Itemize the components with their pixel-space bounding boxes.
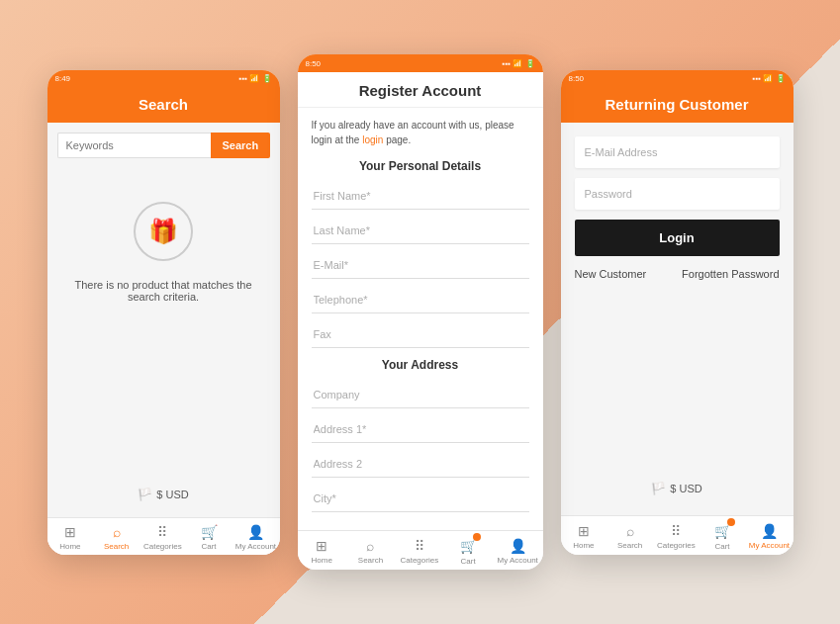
currency-row-1: 🏳️ $ USD xyxy=(138,480,188,507)
login-password-input[interactable] xyxy=(575,178,780,210)
nav-cart-2[interactable]: 🛒 Cart xyxy=(448,537,488,566)
account-icon-3: 👤 xyxy=(761,523,778,539)
nav-account-2[interactable]: 👤 My Account xyxy=(497,538,537,565)
login-link[interactable]: login xyxy=(362,134,383,145)
register-intro-suffix: page. xyxy=(383,134,411,145)
search-icon-2: ⌕ xyxy=(366,538,374,554)
nav-cart-label-3: Cart xyxy=(714,542,729,551)
new-customer-link[interactable]: New Customer xyxy=(575,268,647,280)
address1-input[interactable] xyxy=(312,416,529,443)
address-section-title: Your Address xyxy=(312,358,529,372)
no-product-icon: 🎁 xyxy=(134,202,193,261)
login-title: Returning Customer xyxy=(561,96,793,113)
cart-badge-2: 🛒 xyxy=(460,537,477,555)
login-header: Returning Customer xyxy=(561,88,793,123)
nav-cart-label-1: Cart xyxy=(201,542,216,551)
cart-badge-dot-2 xyxy=(473,533,481,541)
email-input[interactable] xyxy=(312,252,529,279)
status-icons-3: ▪▪▪ 📶 🔋 xyxy=(753,74,786,83)
phone-login: 8:50 ▪▪▪ 📶 🔋 Returning Customer Login Ne… xyxy=(561,70,793,555)
register-title: Register Account xyxy=(310,82,531,99)
search-body: Search 🎁 There is no product that matche… xyxy=(47,123,280,555)
nav-home-label-3: Home xyxy=(573,541,594,550)
register-intro-text: If you already have an account with us, … xyxy=(312,120,514,145)
nav-search-label-1: Search xyxy=(104,542,129,551)
search-input[interactable] xyxy=(57,133,211,158)
cart-badge-3: 🛒 xyxy=(714,522,731,540)
currency-text-1: $ USD xyxy=(156,489,188,500)
nav-account-label-1: My Account xyxy=(235,542,276,551)
register-body: If you already have an account with us, … xyxy=(298,108,543,530)
nav-categories-label-2: Categories xyxy=(400,556,438,565)
nav-account-label-3: My Account xyxy=(749,541,790,550)
flag-icon-1: 🏳️ xyxy=(138,488,152,501)
nav-home-label-2: Home xyxy=(311,556,331,565)
bottom-nav-2: ⊞ Home ⌕ Search ⠿ Categories 🛒 Cart 👤 My… xyxy=(298,530,543,570)
nav-cart-3[interactable]: 🛒 Cart xyxy=(702,522,742,551)
nav-search-label-3: Search xyxy=(617,541,642,550)
status-icons-1: ▪▪▪ 📶 🔋 xyxy=(239,74,272,83)
nav-cart-1[interactable]: 🛒 Cart xyxy=(189,524,229,551)
company-input[interactable] xyxy=(312,382,529,408)
phone-search: 8:49 ▪▪▪ 📶 🔋 Search Search 🎁 There is no… xyxy=(47,70,280,555)
forgotten-password-link[interactable]: Forgotten Password xyxy=(682,268,779,280)
nav-account-3[interactable]: 👤 My Account xyxy=(749,523,790,550)
nav-search-3[interactable]: ⌕ Search xyxy=(610,523,650,550)
search-content: Search 🎁 There is no product that matche… xyxy=(47,123,280,517)
bottom-nav-3: ⊞ Home ⌕ Search ⠿ Categories 🛒 Cart 👤 M xyxy=(561,515,793,555)
nav-categories-3[interactable]: ⠿ Categories xyxy=(656,523,696,550)
login-button[interactable]: Login xyxy=(575,220,780,256)
city-input[interactable] xyxy=(312,486,529,512)
search-button[interactable]: Search xyxy=(211,133,271,158)
account-icon-1: 👤 xyxy=(247,524,264,540)
personal-section-title: Your Personal Details xyxy=(312,159,529,173)
cart-badge-dot-3 xyxy=(727,518,735,526)
nav-categories-label-3: Categories xyxy=(657,541,696,550)
address2-input[interactable] xyxy=(312,451,529,478)
account-icon-2: 👤 xyxy=(510,538,526,554)
status-icons-2: ▪▪▪ 📶 🔋 xyxy=(503,59,535,68)
phone-register: 8:50 ▪▪▪ 📶 🔋 Register Account If you alr… xyxy=(298,54,543,570)
register-intro: If you already have an account with us, … xyxy=(312,118,529,147)
nav-search-label-2: Search xyxy=(358,556,383,565)
search-title: Search xyxy=(47,96,280,113)
nav-categories-2[interactable]: ⠿ Categories xyxy=(400,538,439,565)
status-bar-3: 8:50 ▪▪▪ 📶 🔋 xyxy=(561,70,793,88)
search-header: Search xyxy=(47,88,280,123)
categories-icon-1: ⠿ xyxy=(157,524,167,540)
nav-categories-1[interactable]: ⠿ Categories xyxy=(142,524,182,551)
status-time-2: 8:50 xyxy=(306,59,322,68)
home-icon-2: ⊞ xyxy=(316,538,327,554)
bottom-nav-1: ⊞ Home ⌕ Search ⠿ Categories 🛒 Cart 👤 My… xyxy=(47,517,280,555)
home-icon-3: ⊞ xyxy=(578,523,590,539)
flag-icon-3: 🏳️ xyxy=(651,482,666,495)
search-icon-1: ⌕ xyxy=(113,524,121,540)
nav-account-label-2: My Account xyxy=(497,556,537,565)
nav-home-1[interactable]: ⊞ Home xyxy=(50,524,90,551)
login-email-input[interactable] xyxy=(575,136,780,168)
fax-input[interactable] xyxy=(312,321,529,348)
status-bar-1: 8:49 ▪▪▪ 📶 🔋 xyxy=(47,70,280,88)
firstname-input[interactable] xyxy=(312,183,529,210)
register-header: Register Account xyxy=(298,72,543,108)
status-bar-2: 8:50 ▪▪▪ 📶 🔋 xyxy=(298,54,543,72)
telephone-input[interactable] xyxy=(312,287,529,313)
status-time-1: 8:49 xyxy=(55,74,71,83)
nav-search-2[interactable]: ⌕ Search xyxy=(350,538,390,565)
lastname-input[interactable] xyxy=(312,218,529,244)
login-body-wrapper: Login New Customer Forgotten Password 🏳️… xyxy=(561,123,793,555)
login-body: Login New Customer Forgotten Password 🏳️… xyxy=(561,123,793,515)
currency-row-3: 🏳️ $ USD xyxy=(575,474,780,501)
status-time-3: 8:50 xyxy=(569,74,585,83)
cart-icon-1: 🛒 xyxy=(201,524,218,540)
login-links: New Customer Forgotten Password xyxy=(575,268,780,280)
nav-account-1[interactable]: 👤 My Account xyxy=(235,524,276,551)
nav-search-1[interactable]: ⌕ Search xyxy=(97,524,137,551)
nav-home-3[interactable]: ⊞ Home xyxy=(564,523,604,550)
home-icon-1: ⊞ xyxy=(64,524,76,540)
search-icon-3: ⌕ xyxy=(626,523,634,539)
nav-categories-label-1: Categories xyxy=(143,542,182,551)
currency-text-3: $ USD xyxy=(670,483,701,494)
nav-home-label-1: Home xyxy=(59,542,80,551)
nav-home-2[interactable]: ⊞ Home xyxy=(302,538,341,565)
